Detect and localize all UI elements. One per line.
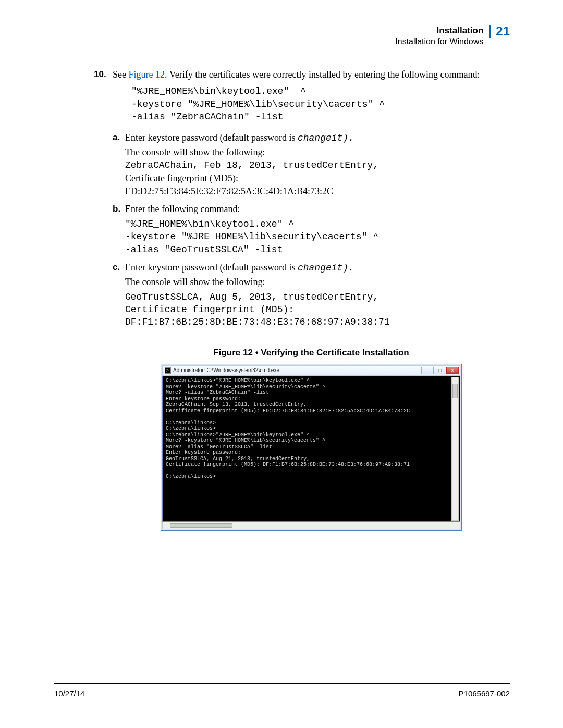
substep-c-text-2: The console will show the following: xyxy=(125,276,510,289)
step-number: 10. xyxy=(94,68,106,80)
page-footer: 10/27/14 P1065697-002 xyxy=(54,683,510,698)
header-title: Installation xyxy=(437,26,484,35)
substep-a-output-1: ZebraCAChain, Feb 18, 2013, trustedCertE… xyxy=(125,159,510,172)
substep-c: c. Enter keystore password (default pass… xyxy=(113,261,510,275)
substep-a: a. Enter keystore password (default pass… xyxy=(113,131,510,145)
substep-c-text-1: Enter keystore password (default passwor… xyxy=(125,262,298,273)
footer-date: 10/27/14 xyxy=(54,689,84,698)
scrollbar-thumb[interactable] xyxy=(452,384,458,398)
console-title: Administrator: C:\Windows\system32\cmd.e… xyxy=(173,367,279,374)
figure-12-caption: Figure 12 • Verifying the Certificate In… xyxy=(113,347,510,359)
substep-b: b. Enter the following command: xyxy=(113,203,510,216)
substep-c-label: c. xyxy=(113,261,120,273)
substep-a-password: changeit). xyxy=(298,133,354,143)
substep-c-output: GeoTrustSSLCA, Aug 5, 2013, trustedCertE… xyxy=(125,291,510,329)
substep-a-text-3: Certificate fingerprint (MD5): xyxy=(125,172,510,185)
substep-a-text-2: The console will show the following: xyxy=(125,146,510,159)
step-10-command: "%JRE_HOME%\bin\keytool.exe" ^ -keystore… xyxy=(131,85,510,123)
minimize-button[interactable]: — xyxy=(421,367,434,374)
horizontal-scrollbar[interactable] xyxy=(162,522,460,529)
page-number: 21 xyxy=(489,25,510,38)
header-subtitle: Installation for Windows xyxy=(395,37,483,46)
close-button[interactable]: X xyxy=(446,367,459,374)
substep-b-text-1: Enter the following command: xyxy=(125,204,240,214)
cmd-icon xyxy=(165,367,171,374)
figure-12-link[interactable]: Figure 12 xyxy=(129,69,165,80)
substep-b-command: "%JRE_HOME%\bin\keytool.exe" ^ -keystore… xyxy=(125,218,510,256)
scrollbar-thumb[interactable] xyxy=(170,523,232,528)
substep-a-label: a. xyxy=(113,131,120,143)
maximize-button[interactable]: □ xyxy=(434,367,446,374)
substep-b-label: b. xyxy=(113,203,120,215)
vertical-scrollbar[interactable] xyxy=(451,377,459,521)
step-text-post: . Verify the certificates were correctly… xyxy=(165,69,480,80)
substep-a-text-4: ED:D2:75:F3:84:5E:32:E7:82:5A:3C:4D:1A:B… xyxy=(125,185,510,198)
page-header: Installation Installation for Windows 21 xyxy=(54,25,510,48)
substep-a-text-1: Enter keystore password (default passwor… xyxy=(125,132,298,143)
footer-docid: P1065697-002 xyxy=(459,689,510,698)
substep-c-password: changeit). xyxy=(298,263,354,273)
step-10: 10. See Figure 12. Verify the certificat… xyxy=(113,68,510,81)
console-output: C:\zebra\linkos>"%JRE_HOME%\bin\keytool.… xyxy=(162,376,460,522)
step-text-pre: See xyxy=(113,69,129,80)
console-titlebar[interactable]: Administrator: C:\Windows\system32\cmd.e… xyxy=(162,365,460,376)
console-window: Administrator: C:\Windows\system32\cmd.e… xyxy=(161,364,462,531)
